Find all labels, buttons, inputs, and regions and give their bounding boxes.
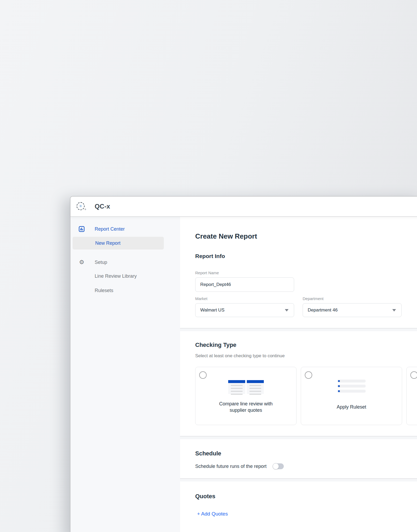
report-name-label: Report Name xyxy=(195,270,417,275)
checking-type-heading: Checking Type xyxy=(195,331,417,349)
document-icon xyxy=(247,380,264,394)
list-item-icon xyxy=(337,385,366,388)
app-header: ✳ ® QC-x xyxy=(70,197,417,217)
section-quotes: Quotes + Add Quotes xyxy=(180,481,417,517)
app-title: QC-x xyxy=(95,203,110,210)
sidebar-item-label: New Report xyxy=(95,240,120,246)
section-schedule: Schedule Schedule future runs of the rep… xyxy=(180,439,417,478)
market-label: Market xyxy=(195,296,294,301)
radio-button[interactable] xyxy=(199,371,207,379)
market-value: Walmart US xyxy=(200,307,224,313)
radio-button[interactable] xyxy=(305,371,312,379)
section-report-info: Create New Report Report Info Report Nam… xyxy=(180,217,417,328)
market-field: Market Walmart US xyxy=(195,296,294,317)
option-card-partial[interactable] xyxy=(406,367,417,425)
department-field: Department Department 46 xyxy=(303,296,402,317)
main-content: Create New Report Report Info Report Nam… xyxy=(180,217,417,532)
option-card-apply-ruleset[interactable]: Apply Ruleset xyxy=(301,367,402,425)
document-icon xyxy=(228,380,245,394)
chevron-down-icon xyxy=(285,309,289,311)
report-info-heading: Report Info xyxy=(195,253,417,260)
option-card-compare-line-review[interactable]: Compare line review with supplier quotes xyxy=(195,367,297,425)
sidebar-item-label: Line Review Library xyxy=(95,273,137,279)
schedule-heading: Schedule xyxy=(195,439,417,457)
option-card-label: Apply Ruleset xyxy=(337,404,366,410)
market-department-row: Market Walmart US Department Department … xyxy=(195,296,417,317)
sidebar-item-label: Rulesets xyxy=(95,288,113,293)
documents-compare-icon xyxy=(228,380,264,394)
gear-icon: ⚙ xyxy=(78,259,85,265)
brand-logo-circle: ✳ xyxy=(77,202,85,210)
section-divider xyxy=(180,478,417,481)
list-item-icon xyxy=(337,390,366,393)
quotes-heading: Quotes xyxy=(195,481,417,500)
app-window: ✳ ® QC-x Report Center xyxy=(70,196,417,532)
checking-type-subtitle: Select at least one checking type to con… xyxy=(195,353,417,359)
toggle-knob xyxy=(273,463,279,469)
radio-button[interactable] xyxy=(410,371,417,379)
section-checking-type: Checking Type Select at least one checki… xyxy=(180,331,417,436)
brand-logo: ✳ ® xyxy=(77,202,86,211)
list-item-icon xyxy=(337,380,366,383)
page-title: Create New Report xyxy=(195,217,417,240)
schedule-toggle[interactable] xyxy=(273,463,284,469)
market-select[interactable]: Walmart US xyxy=(195,303,294,317)
app-body: Report Center New Report ⚙ Setup Line Re… xyxy=(70,217,417,532)
department-select[interactable]: Department 46 xyxy=(303,303,402,317)
sidebar-item-label: Report Center xyxy=(95,226,125,232)
chevron-down-icon xyxy=(392,309,396,311)
section-divider xyxy=(180,328,417,331)
schedule-toggle-label: Schedule future runs of the report xyxy=(195,463,266,469)
sidebar-item-new-report[interactable]: New Report xyxy=(73,237,164,250)
section-divider xyxy=(180,436,417,439)
sidebar-item-report-center[interactable]: Report Center xyxy=(70,224,180,234)
sidebar: Report Center New Report ⚙ Setup Line Re… xyxy=(70,217,180,532)
sidebar-item-line-review-library[interactable]: Line Review Library xyxy=(70,270,180,282)
option-card-label: Compare line review with supplier quotes xyxy=(213,401,278,413)
schedule-row: Schedule future runs of the report xyxy=(195,463,417,478)
sidebar-item-setup[interactable]: ⚙ Setup xyxy=(70,256,180,268)
checking-type-options: Compare line review with supplier quotes… xyxy=(195,367,417,436)
sidebar-item-rulesets[interactable]: Rulesets xyxy=(70,285,180,296)
registered-mark: ® xyxy=(85,208,86,211)
spark-icon: ✳ xyxy=(79,204,82,208)
department-label: Department xyxy=(303,296,402,301)
sidebar-item-label: Setup xyxy=(95,260,107,265)
department-value: Department 46 xyxy=(308,307,337,313)
bar-chart-icon xyxy=(78,226,85,232)
report-name-input[interactable] xyxy=(195,277,294,292)
add-quotes-link[interactable]: + Add Quotes xyxy=(195,511,228,517)
ruleset-list-icon xyxy=(337,380,366,393)
